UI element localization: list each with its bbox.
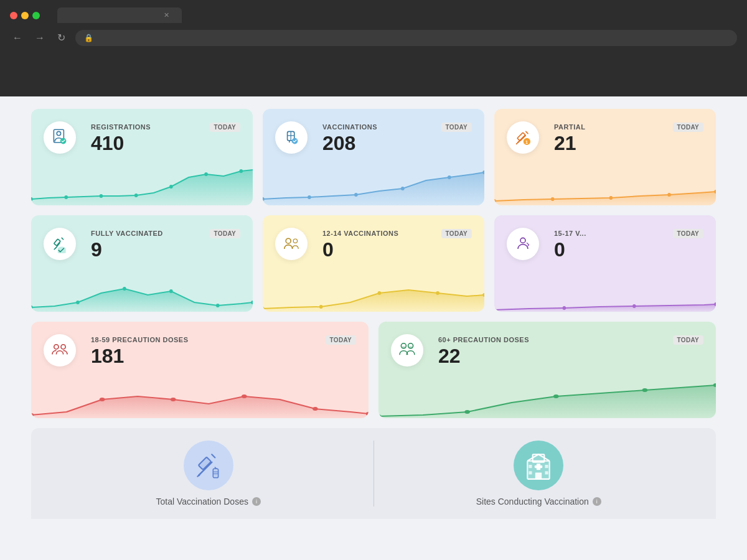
total-label: Total Vaccination Doses i [156,497,261,506]
card-value-60-plus: 22 [438,346,703,366]
sites-info-icon[interactable]: i [593,497,601,506]
traffic-lights [10,12,40,19]
today-badge-partial: TODAY [673,123,703,132]
svg-point-33 [216,304,220,307]
svg-point-45 [632,304,636,308]
svg-rect-71 [545,465,548,468]
sites-label: Sites Conducting Vaccination i [476,497,601,506]
card-value-registrations: 410 [91,133,240,153]
chart-12-14 [263,271,484,312]
svg-point-47 [54,345,59,349]
svg-point-31 [123,287,126,291]
svg-rect-73 [545,471,548,474]
svg-point-38 [319,305,323,309]
svg-point-44 [563,306,566,310]
title-bar: ✕ [0,0,747,23]
today-badge-fully-vaccinated: TODAY [210,229,240,238]
browser-tab[interactable]: ✕ [57,7,182,23]
svg-rect-74 [535,472,542,478]
svg-point-30 [76,301,80,304]
svg-rect-72 [529,471,532,474]
card-15-17: 15-17 V... TODAY 0 [494,215,716,312]
registrations-icon [44,121,76,154]
bottom-card-total: Total Vaccination Doses i [56,441,361,506]
minimize-button[interactable] [21,12,29,19]
svg-point-4 [64,195,68,199]
svg-point-52 [242,394,247,398]
card-value-fully-vaccinated: 9 [91,240,240,259]
svg-rect-70 [529,465,532,468]
tab-bar: ✕ [57,7,182,23]
bottom-card-sites: Sites Conducting Vaccination i [387,441,692,506]
card-12-14: 12-14 VACCINATIONS TODAY 0 [263,215,484,312]
close-button[interactable] [10,12,17,19]
svg-point-53 [312,407,318,411]
back-button[interactable]: ← [10,30,25,46]
18-59-precaution-icon [44,334,76,366]
svg-point-15 [308,195,311,199]
svg-point-16 [354,193,358,197]
today-badge-vaccinations: TODAY [441,123,472,132]
svg-rect-65 [213,469,218,478]
today-badge-12-14: TODAY [441,229,472,238]
svg-point-42 [520,238,525,243]
svg-point-8 [204,172,208,176]
bottom-divider [374,441,374,506]
svg-point-5 [100,194,103,198]
svg-point-25 [609,196,613,200]
card-label-vaccinations: VACCINATIONS [322,123,377,131]
partial-icon: 1 [507,121,539,154]
svg-point-39 [378,291,382,295]
svg-point-32 [169,289,173,293]
total-info-icon[interactable]: i [252,497,261,506]
svg-point-17 [401,187,405,190]
card-60-plus-precaution: 60+ PRECAUTION DOSES TODAY 22 [378,322,716,418]
chart-60-plus [378,378,716,418]
nav-bar: ← → ↻ 🔒 [0,23,747,52]
svg-point-57 [402,346,405,348]
maximize-button[interactable] [32,12,40,19]
card-label-15-17: 15-17 V... [554,230,586,237]
card-value-15-17: 0 [554,240,703,259]
chart-18-59 [31,378,369,418]
15-17-icon [507,228,539,260]
forward-button[interactable]: → [32,30,47,46]
svg-rect-64 [198,457,211,470]
svg-point-1 [57,131,60,135]
fully-vaccinated-icon [44,228,76,260]
svg-point-58 [408,346,412,348]
svg-point-40 [436,291,439,295]
address-bar[interactable]: 🔒 [75,30,737,46]
card-value-12-14: 0 [322,240,472,259]
12-14-icon [275,228,308,260]
svg-point-61 [553,394,559,398]
svg-point-35 [286,238,291,243]
svg-point-60 [464,410,470,414]
lock-icon: 🔒 [84,34,93,42]
sites-vaccination-icon [514,441,563,490]
card-registrations: REGISTRATIONS TODAY 410 [31,109,253,205]
today-badge-15-17: TODAY [673,229,703,238]
chart-15-17 [494,271,716,312]
svg-point-48 [61,345,65,349]
browser-chrome: ✕ ← → ↻ 🔒 [0,0,747,96]
card-value-vaccinations: 208 [322,133,472,153]
tab-close-icon[interactable]: ✕ [164,11,169,19]
svg-point-50 [100,398,105,401]
svg-point-26 [667,193,671,197]
today-badge-18-59: TODAY [326,335,356,345]
chart-fully-vaccinated [31,271,253,312]
vaccinations-icon [275,121,308,154]
chart-partial [494,165,716,205]
stats-grid-row1: REGISTRATIONS TODAY 410 [31,109,716,205]
card-label-registrations: REGISTRATIONS [91,123,151,131]
precaution-grid: 18-59 PRECAUTION DOSES TODAY 181 [31,322,716,418]
card-value-partial: 21 [554,133,703,153]
card-label-18-59: 18-59 PRECAUTION DOSES [91,336,188,343]
svg-rect-69 [535,465,542,468]
reload-button[interactable]: ↻ [55,29,68,46]
svg-point-24 [551,197,555,201]
today-badge-registrations: TODAY [210,123,240,132]
bottom-section: Total Vaccination Doses i [31,428,716,519]
svg-point-18 [448,175,451,179]
